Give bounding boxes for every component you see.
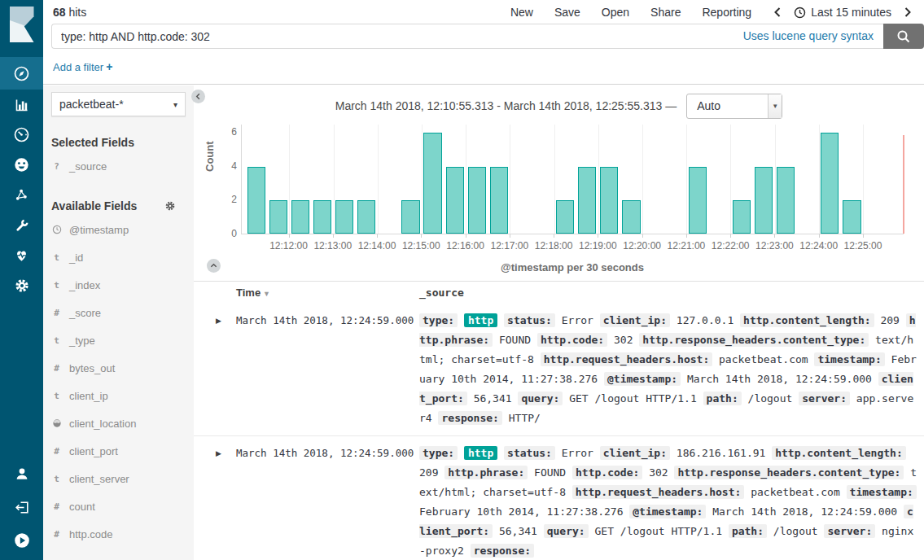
histogram-bar[interactable] (357, 200, 375, 234)
histogram-bar[interactable] (622, 200, 640, 234)
histogram-bar[interactable] (247, 167, 265, 234)
source-value: March 14th 2018, 12:24:59.000 (687, 373, 872, 385)
source-field-badge: type: (419, 313, 458, 327)
available-fields-list: @timestampt_idt_index#_scoret_type#bytes… (51, 216, 186, 548)
index-pattern-select[interactable]: packetbeat-* ▾ (51, 92, 186, 116)
histogram-bar[interactable] (600, 167, 618, 234)
compass-discover-icon (13, 65, 30, 82)
menu-item-new[interactable]: New (510, 6, 533, 19)
doc-table-header: Time▼ _source (194, 281, 924, 304)
field-item-@timestamp[interactable]: @timestamp (51, 216, 186, 243)
y-tick-label: 6 (219, 126, 237, 138)
source-field-badge: @timestamp: (604, 372, 681, 386)
field-name: bytes_out (69, 362, 115, 374)
histogram-bar[interactable] (843, 200, 861, 234)
source-field-badge: response: (471, 544, 534, 558)
histogram-bar[interactable] (755, 167, 773, 234)
nav-dashboard[interactable] (0, 120, 43, 150)
nav-graph[interactable] (0, 180, 43, 210)
histogram-bar[interactable] (468, 167, 486, 234)
field-item-bytes_out[interactable]: #bytes_out (51, 354, 186, 382)
add-filter-button[interactable]: Add a filter+ (53, 60, 112, 73)
expand-caret-icon[interactable]: ▶ (194, 444, 236, 560)
field-item-client_server[interactable]: tclient_server (51, 465, 186, 492)
interval-select[interactable]: Auto ▼ (686, 94, 782, 119)
x-axis-caption: @timestamp per 30 seconds (241, 261, 904, 273)
histogram-bar[interactable] (423, 133, 441, 234)
menu-item-open[interactable]: Open (602, 6, 629, 19)
histogram-bar[interactable] (335, 200, 353, 234)
menu-item-share[interactable]: Share (650, 6, 681, 19)
histogram-bar[interactable] (490, 167, 508, 234)
source-value: February 10th 2014, 11:27:38.276 (419, 505, 623, 518)
field-name: _index (69, 279, 100, 291)
timepicker-button[interactable]: Last 15 minutes (794, 6, 891, 19)
source-field-badge: http.response_headers.content_type: (639, 333, 869, 347)
expand-caret-icon[interactable]: ▶ (194, 311, 236, 428)
collapse-sidebar-button[interactable] (191, 90, 205, 103)
doc-source: type: http status: Error client_ip: 127.… (419, 311, 917, 428)
field-item-http.code[interactable]: #http.code (51, 520, 186, 548)
source-value: packetbeat.com (751, 486, 840, 498)
plus-icon: + (106, 60, 112, 73)
histogram-bar[interactable] (446, 167, 464, 234)
field-item-client_location[interactable]: client_location (51, 409, 186, 437)
histogram-bar[interactable] (689, 167, 707, 234)
field-item-_score[interactable]: #_score (51, 299, 186, 326)
chevron-right-icon[interactable] (903, 7, 913, 18)
nav-timelion[interactable] (0, 150, 43, 180)
field-type-number-icon: # (51, 308, 62, 318)
x-tick-mark (863, 234, 864, 238)
source-field-badge: http.code: (537, 333, 607, 347)
histogram-bar[interactable] (578, 167, 596, 234)
table-row: ▶March 14th 2018, 12:24:59.000type: http… (194, 435, 924, 560)
menu-item-reporting[interactable]: Reporting (702, 6, 751, 19)
histogram-bar[interactable] (401, 200, 419, 234)
histogram-bar[interactable] (269, 200, 287, 234)
histogram-bar[interactable] (733, 200, 751, 234)
field-item-client_ip[interactable]: tclient_ip (51, 382, 186, 409)
histogram-bar[interactable] (821, 133, 839, 234)
field-name: _score (69, 307, 101, 319)
x-tick-mark (686, 234, 687, 238)
menu-item-save[interactable]: Save (554, 6, 580, 19)
nav-monitoring[interactable] (0, 240, 43, 270)
kibana-logo[interactable] (0, 0, 43, 49)
nav-logout[interactable] (0, 490, 43, 523)
field-type-number-icon: # (51, 529, 62, 540)
play-collapse-icon (13, 532, 31, 549)
histogram-bar[interactable] (313, 200, 331, 234)
histogram-bar[interactable] (556, 200, 574, 234)
nav-visualize[interactable] (0, 90, 43, 120)
nav-user[interactable] (0, 457, 43, 490)
histogram-bar[interactable] (777, 167, 795, 234)
collapse-histogram-button[interactable] (207, 259, 221, 273)
field-type-text-icon: t (51, 391, 62, 401)
field-settings-gear-icon[interactable] (164, 200, 176, 212)
nav-discover[interactable] (0, 57, 43, 90)
source-field-badge: client_ip: (600, 446, 670, 460)
field-item-_index[interactable]: t_index (51, 271, 186, 299)
field-item-_id[interactable]: t_id (51, 243, 186, 271)
grid-line (422, 125, 423, 234)
field-type-text-icon: t (51, 474, 62, 484)
gear-management-icon (14, 278, 30, 294)
nav-rail (0, 0, 43, 560)
search-button[interactable] (883, 24, 924, 49)
nav-collapse[interactable] (0, 523, 43, 557)
histogram-bar[interactable] (291, 200, 309, 234)
sort-descending-icon[interactable]: ▼ (263, 290, 270, 298)
field-item-count[interactable]: #count (51, 492, 186, 520)
histogram-plot[interactable]: 0246 (241, 125, 904, 234)
doc-source: type: http status: Error client_ip: 186.… (419, 444, 917, 560)
field-item-_source[interactable]: ?_source (51, 152, 186, 180)
field-item-client_port[interactable]: #client_port (51, 437, 186, 465)
field-item-_type[interactable]: t_type (51, 326, 186, 354)
chevron-left-icon[interactable] (773, 7, 782, 18)
time-column-header[interactable]: Time▼ (236, 287, 419, 299)
source-value: 56,341 (499, 525, 537, 537)
source-field-badge: http.code: (572, 466, 642, 479)
nav-management[interactable] (0, 270, 43, 300)
lucene-syntax-link[interactable]: Uses lucene query syntax (743, 24, 874, 49)
nav-devtools[interactable] (0, 210, 43, 240)
